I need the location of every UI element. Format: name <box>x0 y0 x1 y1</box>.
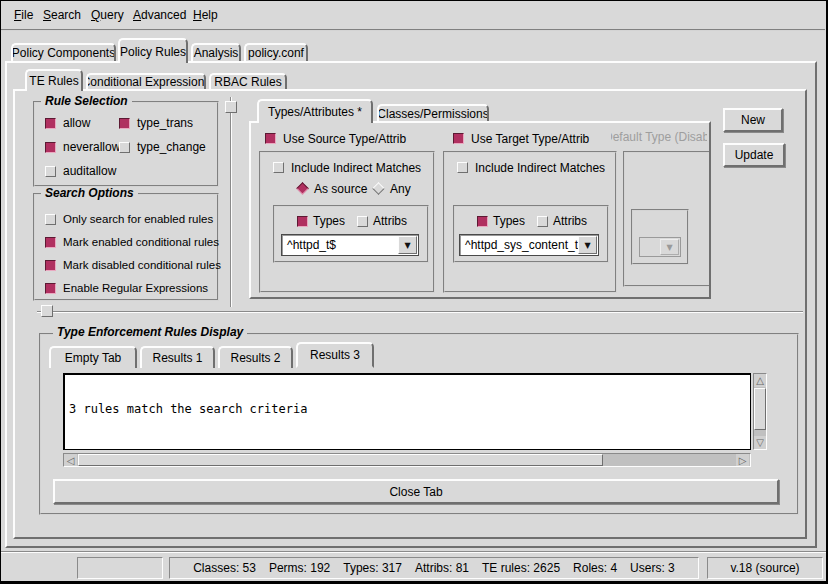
tab-label: Types/Attributes * <box>268 105 362 119</box>
dropdown-arrow-icon[interactable]: ▼ <box>398 236 417 254</box>
target-indirect-label: Include Indirect Matches <box>475 161 605 175</box>
new-button-label: New <box>741 113 765 127</box>
tab-rbac-rules[interactable]: RBAC Rules <box>209 73 287 89</box>
source-types-label: Types <box>313 214 345 228</box>
results-text-area[interactable]: 3 rules match the search criteria (5822)… <box>63 373 751 450</box>
tab-results-1[interactable]: Results 1 <box>140 346 215 368</box>
search-options-title: Search Options <box>41 187 138 200</box>
default-type-combobox: ▼ <box>639 237 681 257</box>
tab-policy-rules[interactable]: Policy Rules <box>118 38 188 63</box>
tab-classes-permissions[interactable]: Classes/Permissions <box>377 104 489 121</box>
horizontal-sash-handle[interactable] <box>41 305 53 317</box>
tab-label: Empty Tab <box>65 351 121 365</box>
neverallow-checkbox[interactable] <box>45 142 56 153</box>
source-attribs-label: Attribs <box>373 214 407 228</box>
mark-disabled-checkbox[interactable] <box>45 260 56 271</box>
status-panel-stats: Classes: 53 Perms: 192 Types: 317 Attrib… <box>169 557 699 579</box>
tab-label: Results 1 <box>152 351 202 365</box>
target-types-label: Types <box>493 214 525 228</box>
menu-help[interactable]: Help <box>193 8 218 22</box>
horizontal-sash <box>37 311 803 313</box>
stat-types: Types: 317 <box>343 561 402 575</box>
status-panel-version: v.18 (source) <box>707 557 823 579</box>
tab-label: Classes/Permissions <box>377 107 488 121</box>
menu-advanced[interactable]: Advanced <box>133 8 186 22</box>
auditallow-label: auditallow <box>63 164 116 178</box>
source-types-checkbox[interactable] <box>297 216 308 227</box>
menu-search[interactable]: Search <box>43 8 81 22</box>
update-button[interactable]: Update <box>723 143 785 167</box>
target-attribs-checkbox[interactable] <box>537 216 548 227</box>
stat-attribs: Attribs: 81 <box>415 561 469 575</box>
source-indirect-checkbox[interactable] <box>273 162 284 173</box>
tab-conditional-expressions[interactable]: Conditional Expressions <box>86 73 206 89</box>
tab-label: Analysis <box>194 46 239 60</box>
use-target-label: Use Target Type/Attrib <box>471 132 589 146</box>
horizontal-scrollbar-thumb[interactable] <box>78 454 603 466</box>
tab-policy-conf[interactable]: policy.conf <box>244 43 308 61</box>
regex-checkbox[interactable] <box>45 283 56 294</box>
target-indirect-checkbox[interactable] <box>457 162 468 173</box>
scroll-down-icon[interactable]: ▽ <box>754 436 766 449</box>
tab-empty-tab[interactable]: Empty Tab <box>49 346 137 368</box>
tab-label: RBAC Rules <box>214 75 281 89</box>
tab-results-2[interactable]: Results 2 <box>218 346 293 368</box>
stat-classes: Classes: 53 <box>193 561 256 575</box>
only-enabled-checkbox[interactable] <box>45 214 56 225</box>
allow-checkbox[interactable] <box>45 118 56 129</box>
target-type-combobox[interactable]: ^httpd_sys_content_t$ ▼ <box>459 234 599 256</box>
target-types-checkbox[interactable] <box>477 216 488 227</box>
only-enabled-label: Only search for enabled rules <box>63 212 213 226</box>
types-attributes-panel: Use Source Type/Attrib Include Indirect … <box>249 121 711 299</box>
apol-window: File Search Query Advanced Help Policy C… <box>0 0 828 584</box>
new-button[interactable]: New <box>723 108 783 132</box>
allow-label: allow <box>63 116 90 130</box>
tab-label: Results 2 <box>230 351 280 365</box>
menu-file[interactable]: File <box>14 8 33 22</box>
any-label: Any <box>390 182 411 196</box>
use-target-checkbox[interactable] <box>453 133 464 144</box>
target-attribs-label: Attribs <box>553 214 587 228</box>
dropdown-arrow-icon[interactable]: ▼ <box>578 236 597 254</box>
target-type-value: ^httpd_sys_content_t$ <box>465 238 585 252</box>
close-tab-label: Close Tab <box>389 485 442 499</box>
regex-label: Enable Regular Expressions <box>63 281 208 295</box>
status-bar-separator <box>1 551 826 553</box>
type-trans-checkbox[interactable] <box>119 118 130 129</box>
mark-disabled-label: Mark disabled conditional rules <box>63 258 221 272</box>
source-type-combobox[interactable]: ^httpd_t$ ▼ <box>281 234 419 256</box>
tab-label: Conditional Expressions <box>86 75 206 89</box>
vertical-sash <box>230 97 232 307</box>
type-change-checkbox[interactable] <box>119 142 130 153</box>
stat-perms: Perms: 192 <box>269 561 330 575</box>
tab-types-attributes[interactable]: Types/Attributes * <box>257 99 373 123</box>
scroll-up-icon[interactable]: △ <box>754 374 766 387</box>
default-type-label: Default Type (Disabled) <box>611 130 707 144</box>
results-group-title: Type Enforcement Rules Display <box>53 326 247 339</box>
tab-policy-components[interactable]: Policy Components <box>11 43 116 61</box>
source-attribs-checkbox[interactable] <box>357 216 368 227</box>
menu-query[interactable]: Query <box>91 8 124 22</box>
scroll-left-icon[interactable]: ◁ <box>64 454 77 466</box>
type-change-label: type_change <box>137 140 206 154</box>
scroll-right-icon[interactable]: ▷ <box>736 454 749 466</box>
policy-version: v.18 (source) <box>730 561 799 575</box>
update-button-label: Update <box>735 148 774 162</box>
mark-enabled-checkbox[interactable] <box>45 237 56 248</box>
vertical-scrollbar-thumb[interactable] <box>754 388 766 430</box>
tab-results-3[interactable]: Results 3 <box>296 342 374 368</box>
use-source-label: Use Source Type/Attrib <box>283 132 406 146</box>
default-type-label-clip: Default Type (Disabled) <box>611 130 707 145</box>
results-summary: 3 rules match the search criteria <box>69 403 746 416</box>
tab-analysis[interactable]: Analysis <box>191 43 241 61</box>
use-source-checkbox[interactable] <box>265 133 276 144</box>
source-indirect-label: Include Indirect Matches <box>291 161 421 175</box>
tab-label: Policy Components <box>12 46 115 60</box>
auditallow-checkbox[interactable] <box>45 166 56 177</box>
tab-label: Results 3 <box>310 348 360 362</box>
vertical-sash-handle[interactable] <box>225 101 237 113</box>
close-tab-button[interactable]: Close Tab <box>53 479 779 504</box>
stat-users: Users: 3 <box>630 561 675 575</box>
source-type-value: ^httpd_t$ <box>287 238 336 252</box>
tab-te-rules[interactable]: TE Rules <box>25 69 83 91</box>
